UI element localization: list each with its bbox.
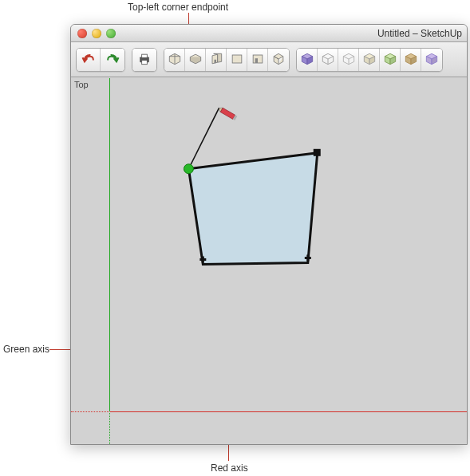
svg-marker-7 bbox=[218, 106, 223, 112]
view-left-icon bbox=[271, 51, 286, 69]
drawn-face bbox=[188, 153, 317, 265]
callout-top-left-endpoint: Top-left corner endpoint bbox=[128, 2, 228, 13]
toolbar bbox=[71, 42, 467, 77]
green-axis-negative bbox=[109, 413, 110, 444]
style-cube-icon bbox=[403, 51, 419, 69]
shape-overlay bbox=[71, 78, 467, 444]
view-left-button[interactable] bbox=[268, 49, 289, 71]
redo-icon bbox=[105, 51, 120, 69]
rubber-band-line bbox=[188, 108, 219, 169]
green-axis bbox=[109, 78, 110, 411]
svg-rect-1 bbox=[142, 54, 148, 57]
close-button[interactable] bbox=[77, 29, 87, 38]
svg-point-10 bbox=[218, 108, 219, 109]
style-4-button[interactable] bbox=[359, 49, 380, 71]
style-cube-icon bbox=[299, 51, 315, 69]
style-cube-icon bbox=[382, 51, 398, 69]
view-label: Top bbox=[74, 80, 89, 89]
style-1-button[interactable] bbox=[297, 49, 318, 71]
svg-rect-5 bbox=[255, 58, 257, 63]
style-6-button[interactable] bbox=[401, 49, 421, 71]
toolbar-group-views bbox=[164, 48, 290, 72]
view-front-icon bbox=[208, 51, 224, 69]
print-icon bbox=[136, 51, 152, 69]
view-right-button[interactable] bbox=[227, 49, 247, 71]
style-3-button[interactable] bbox=[338, 49, 359, 71]
style-cube-icon bbox=[341, 51, 357, 69]
red-axis bbox=[110, 411, 467, 412]
redo-button[interactable] bbox=[101, 49, 124, 71]
pencil-cursor-icon bbox=[217, 106, 237, 120]
zoom-button[interactable] bbox=[106, 29, 116, 38]
svg-rect-2 bbox=[142, 60, 148, 64]
undo-button[interactable] bbox=[77, 49, 101, 71]
view-iso-icon bbox=[167, 51, 183, 69]
endpoint-marker bbox=[184, 164, 193, 174]
style-5-button[interactable] bbox=[380, 49, 401, 71]
svg-rect-6 bbox=[314, 149, 321, 156]
svg-rect-9 bbox=[233, 115, 238, 120]
toolbar-group-print bbox=[132, 48, 157, 72]
undo-icon bbox=[81, 51, 97, 69]
style-cube-icon bbox=[320, 51, 336, 69]
callout-red-axis: Red axis bbox=[211, 462, 248, 474]
red-axis-negative bbox=[71, 411, 109, 412]
traffic-lights bbox=[71, 29, 116, 38]
view-front-button[interactable] bbox=[206, 49, 227, 71]
svg-rect-8 bbox=[220, 108, 235, 119]
view-top-button[interactable] bbox=[185, 49, 206, 71]
style-cube-icon bbox=[424, 51, 440, 69]
minimize-button[interactable] bbox=[92, 29, 101, 38]
view-top-icon bbox=[188, 51, 203, 69]
app-window: Untitled – SketchUp bbox=[70, 24, 468, 445]
drawing-canvas[interactable]: Top bbox=[71, 78, 467, 444]
toolbar-group-styles bbox=[296, 48, 443, 72]
style-cube-icon bbox=[361, 51, 377, 69]
print-button[interactable] bbox=[132, 49, 156, 71]
svg-rect-3 bbox=[232, 55, 242, 63]
view-back-icon bbox=[250, 51, 266, 69]
view-iso-button[interactable] bbox=[164, 49, 185, 71]
style-2-button[interactable] bbox=[318, 49, 338, 71]
titlebar: Untitled – SketchUp bbox=[71, 25, 467, 42]
window-title: Untitled – SketchUp bbox=[71, 28, 467, 39]
view-back-button[interactable] bbox=[247, 49, 268, 71]
toolbar-group-history bbox=[76, 48, 125, 72]
style-7-button[interactable] bbox=[421, 49, 442, 71]
callout-green-axis: Green axis bbox=[3, 344, 49, 355]
view-right-icon bbox=[229, 51, 245, 69]
